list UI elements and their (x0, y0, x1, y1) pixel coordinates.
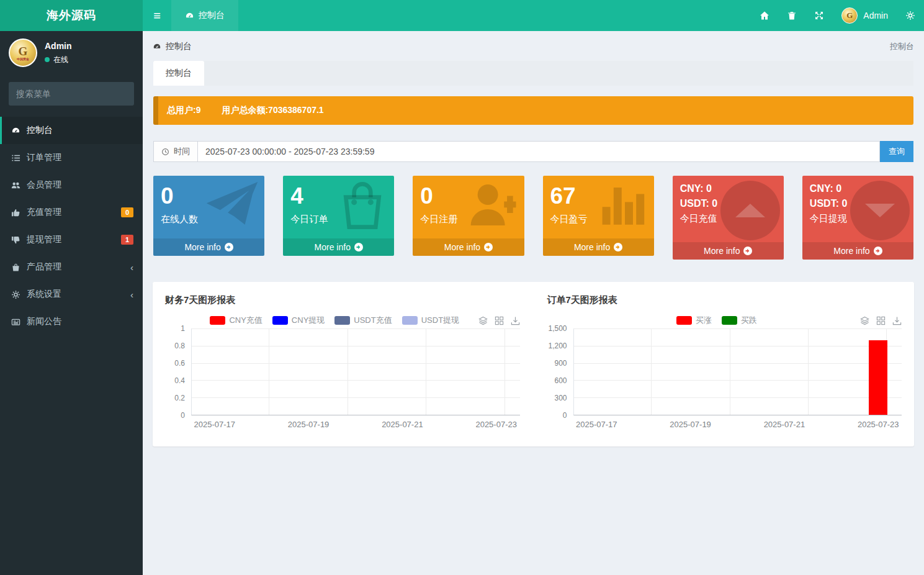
legend-label: CNY充值 (229, 315, 262, 326)
finance-7day-chart: 财务7天图形报表 CNY充值CNY提现USDT充值USDT提现 10.80.60… (165, 294, 520, 430)
clock-icon (161, 148, 169, 156)
thumbs-down-icon (11, 235, 20, 245)
sidebar-item-deposits[interactable]: 充值管理 0 (0, 199, 143, 226)
gridline (651, 328, 652, 415)
info-box-content: CNY: 0 USDT: 0 今日充值 (673, 176, 784, 242)
total-balance-label: 用户总余额:7036386707.1 (222, 105, 323, 116)
sidebar-item-members[interactable]: 会员管理 (0, 171, 143, 199)
sidebar-toggle-button[interactable]: ≡ (143, 0, 171, 31)
caret-up-circle-icon (720, 181, 780, 240)
plot-area (573, 328, 902, 415)
home-icon (760, 11, 769, 20)
y-tick-label: 1,500 (548, 324, 567, 333)
y-axis: 10.80.60.40.20 (165, 328, 191, 415)
x-tick-label: 2025-07-23 (858, 420, 899, 429)
y-tick-label: 0 (563, 411, 567, 420)
sidebar-user-panel: G中国黄金 Admin 在线 (0, 31, 143, 76)
sidebar-item-products[interactable]: 产品管理 ‹ (0, 253, 143, 281)
legend-item[interactable]: CNY充值 (210, 315, 262, 326)
more-info-link[interactable]: More info (153, 238, 264, 256)
time-filter: 时间 查询 (153, 141, 913, 162)
home-button[interactable] (751, 0, 778, 31)
top-navbar: 海外源码 ≡ 控制台 G Admin (0, 0, 924, 31)
sidebar-item-label: 订单管理 (27, 152, 133, 163)
query-button[interactable]: 查询 (880, 141, 913, 162)
gridline (505, 328, 505, 415)
clear-cache-button[interactable] (778, 0, 805, 31)
gridline (192, 346, 520, 346)
sidebar-item-orders[interactable]: 订单管理 (0, 144, 143, 171)
settings-button[interactable] (897, 0, 924, 31)
legend-chip-icon (722, 316, 737, 325)
gridline (574, 346, 902, 346)
breadcrumb-label: 控制台 (166, 41, 192, 52)
expand-icon (814, 11, 824, 20)
user-menu[interactable]: G Admin (833, 0, 897, 31)
tiled-toggle-icon[interactable] (876, 316, 886, 325)
stack-toggle-icon[interactable] (860, 316, 869, 325)
more-info-link[interactable]: More info (673, 242, 784, 260)
arrow-circle-right-icon (484, 243, 493, 251)
more-info-label: More info (184, 242, 220, 252)
x-tick-label: 2025-07-17 (576, 420, 617, 429)
total-users-label: 总用户:9 (167, 105, 200, 116)
more-info-label: More info (704, 246, 740, 256)
search-input[interactable] (16, 89, 128, 99)
brand-logo[interactable]: 海外源码 (0, 0, 143, 31)
x-tick-label: 2025-07-19 (670, 420, 711, 429)
y-tick-label: 300 (554, 394, 567, 402)
charts-panel: 财务7天图形报表 CNY充值CNY提现USDT充值USDT提现 10.80.60… (153, 282, 914, 446)
info-boxes-row: 0 在线人数 More info 4 今日订单 More info (153, 176, 913, 260)
users-icon (11, 181, 20, 190)
arrow-circle-right-icon (874, 247, 882, 255)
gears-icon (905, 11, 915, 20)
legend-item[interactable]: USDT提现 (402, 315, 459, 326)
download-icon[interactable] (892, 316, 902, 325)
info-box-content: 4 今日订单 (283, 176, 394, 238)
sidebar-item-settings[interactable]: 系统设置 ‹ (0, 281, 143, 308)
download-icon[interactable] (511, 316, 520, 325)
dashboard-icon (153, 42, 161, 51)
tiled-toggle-icon[interactable] (495, 316, 504, 325)
tab-dashboard[interactable]: 控制台 (153, 61, 204, 86)
sidebar-item-label: 会员管理 (27, 179, 133, 191)
info-box-today-deposit: CNY: 0 USDT: 0 今日充值 More info (673, 176, 784, 260)
chart-title: 财务7天图形报表 (165, 294, 520, 306)
more-info-link[interactable]: More info (543, 238, 654, 256)
legend-item[interactable]: USDT充值 (334, 315, 392, 326)
chart-toolbox (860, 316, 902, 325)
legend-label: USDT充值 (354, 315, 392, 326)
breadcrumb: 控制台 (153, 41, 192, 52)
gridline (574, 380, 902, 381)
stack-toggle-icon[interactable] (478, 316, 488, 325)
newspaper-icon (11, 317, 20, 327)
sidebar-item-news[interactable]: 新闻公告 (0, 308, 143, 335)
x-axis: 2025-07-172025-07-192025-07-212025-07-23 (191, 415, 520, 430)
sidebar-search[interactable] (9, 82, 134, 106)
sidebar-user-name: Admin (45, 41, 72, 51)
legend-label: 买跌 (741, 315, 757, 326)
date-range-input[interactable] (198, 141, 880, 162)
gridline (269, 328, 269, 415)
legend-chip-icon (334, 316, 350, 325)
sidebar-item-dashboard[interactable]: 控制台 (0, 117, 143, 144)
legend-label: USDT提现 (421, 315, 459, 326)
navbar-spacer (238, 0, 751, 31)
plot-area (191, 328, 520, 415)
summary-banner: 总用户:9 用户总余额:7036386707.1 (153, 96, 913, 125)
avatar: G (841, 7, 858, 24)
navbar-tab-dashboard[interactable]: 控制台 (171, 0, 238, 31)
sidebar: G中国黄金 Admin 在线 控制台 订单管理 会员管理 充值管理 0 (0, 31, 143, 575)
sidebar-item-label: 产品管理 (27, 261, 124, 273)
caret-down-circle-icon (850, 181, 910, 240)
more-info-link[interactable]: More info (283, 238, 394, 256)
y-tick-label: 0.2 (174, 394, 185, 402)
sidebar-item-withdrawals[interactable]: 提现管理 1 (0, 226, 143, 253)
more-info-link[interactable]: More info (802, 242, 913, 260)
legend-item[interactable]: 买跌 (722, 315, 757, 326)
legend-item[interactable]: 买涨 (676, 315, 712, 326)
fullscreen-button[interactable] (805, 0, 833, 31)
main-content: 控制台 控制台 控制台 总用户:9 用户总余额:7036386707.1 时间 … (143, 31, 924, 575)
legend-item[interactable]: CNY提现 (272, 315, 325, 326)
more-info-link[interactable]: More info (413, 238, 524, 256)
